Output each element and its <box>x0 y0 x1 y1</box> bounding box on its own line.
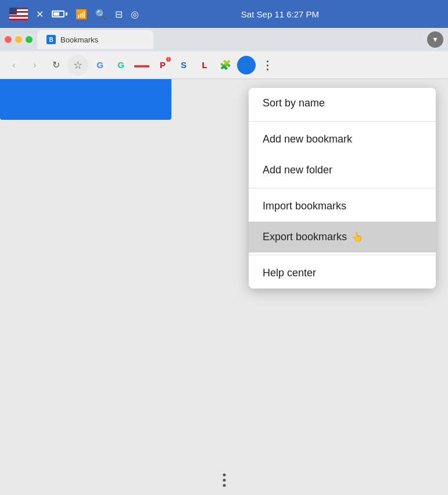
google-translate-icon: G <box>96 60 103 70</box>
dropdown-arrow-icon: ▼ <box>432 35 439 44</box>
chrome-toolbar: ‹ › ↻ ☆ G G ▬▬ P ! S L 🧩 👤 ⋮ <box>0 51 448 79</box>
menu-item-add-folder[interactable]: Add new folder <box>249 155 436 186</box>
profile-avatar[interactable]: 👤 <box>237 56 256 74</box>
bluetooth-icon[interactable]: ✕ <box>36 9 44 20</box>
flag-icon[interactable] <box>9 8 28 20</box>
lastpass-icon: L <box>202 60 207 70</box>
pinterest-icon: P <box>160 60 166 70</box>
menubar-datetime: Sat Sep 11 6:27 PM <box>241 9 319 19</box>
macos-menubar: ✕ 📶 🔍 ⊟ ◎ Sat Sep 11 6:27 PM <box>0 0 448 28</box>
mote-icon: ▬▬ <box>134 60 149 69</box>
puzzle-icon: 🧩 <box>220 59 231 70</box>
tab-overflow-button[interactable]: ▼ <box>427 31 443 48</box>
window-controls <box>5 36 33 43</box>
chrome-menu-button[interactable]: ⋮ <box>258 56 277 74</box>
reload-button[interactable]: ↻ <box>46 56 65 74</box>
active-tab[interactable]: B Bookmarks <box>37 30 153 49</box>
grammarly-icon: G <box>117 60 124 70</box>
google-translate-extension[interactable]: G <box>91 56 109 74</box>
battery-body <box>52 10 64 17</box>
menu-divider-1 <box>249 121 436 122</box>
forward-button[interactable]: › <box>26 56 44 74</box>
battery-icon <box>52 10 67 17</box>
avatar-icon: 👤 <box>242 60 252 70</box>
minimize-window-button[interactable] <box>15 36 22 43</box>
wifi-icon[interactable]: 📶 <box>76 9 87 20</box>
maximize-window-button[interactable] <box>26 36 33 43</box>
lastpass-extension[interactable]: L <box>195 56 214 74</box>
star-icon: ☆ <box>73 59 83 72</box>
dot-3 <box>223 484 225 487</box>
menu-item-export-bookmarks[interactable]: Export bookmarks 👆 <box>249 222 436 252</box>
cursor-hand-icon: 👆 <box>352 232 363 243</box>
menu-divider-2 <box>249 188 436 188</box>
battery-fill <box>53 12 59 16</box>
controls-icon[interactable]: ⊟ <box>115 9 123 20</box>
grammarly-extension[interactable]: G <box>112 56 130 74</box>
tab-area: B Bookmarks <box>37 30 422 49</box>
menu-divider-3 <box>249 255 436 255</box>
menu-item-sort-by-name[interactable]: Sort by name <box>249 88 436 119</box>
bookmark-manager-header <box>0 79 171 120</box>
tab-favicon: B <box>46 35 56 44</box>
scribd-extension[interactable]: S <box>174 56 193 74</box>
dot-2 <box>223 479 225 482</box>
menubar-left: ✕ 📶 🔍 ⊟ ◎ <box>9 8 139 20</box>
spotlight-icon[interactable]: 🔍 <box>95 9 107 20</box>
notification-badge: ! <box>166 57 171 62</box>
menu-item-help-center[interactable]: Help center <box>249 258 436 289</box>
menu-item-add-bookmark[interactable]: Add new bookmark <box>249 124 436 155</box>
pinterest-extension[interactable]: P ! <box>153 56 172 74</box>
tab-title: Bookmarks <box>60 35 98 44</box>
datetime-text: Sat Sep 11 6:27 PM <box>241 9 319 19</box>
scribd-icon: S <box>181 60 187 70</box>
mote-extension[interactable]: ▬▬ <box>132 56 151 74</box>
menu-item-import-bookmarks[interactable]: Import bookmarks <box>249 191 436 222</box>
extensions-button[interactable]: 🧩 <box>216 56 235 74</box>
siri-icon[interactable]: ◎ <box>131 9 139 20</box>
three-dots-icon: ⋮ <box>261 58 274 72</box>
context-menu: Sort by name Add new bookmark Add new fo… <box>249 88 436 289</box>
chrome-tab-bar: B Bookmarks ▼ <box>0 28 448 51</box>
back-button[interactable]: ‹ <box>5 56 23 74</box>
main-content: Sort by name Add new bookmark Add new fo… <box>0 79 448 495</box>
close-window-button[interactable] <box>5 36 12 43</box>
bookmark-star-button[interactable]: ☆ <box>67 55 88 76</box>
battery-tip <box>66 12 67 16</box>
dot-1 <box>223 473 225 476</box>
bottom-three-dots[interactable] <box>223 473 225 487</box>
